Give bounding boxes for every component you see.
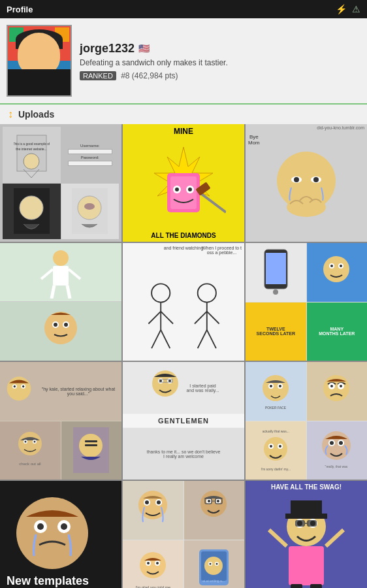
svg-rect-137	[291, 500, 322, 515]
svg-point-125	[147, 562, 150, 564]
grid-cell-6[interactable]: TWELVE SECONDS LATER MANY MONTHS LATER	[246, 243, 367, 361]
uploads-label: Uploads	[18, 109, 54, 120]
svg-rect-70	[85, 440, 97, 442]
grid-cell-3[interactable]: did-you-kno.tumblr.com ByeMom	[246, 124, 367, 242]
svg-line-29	[67, 286, 70, 299]
grid-cell-7[interactable]: "hy kale, started relaxing about what yo…	[0, 362, 121, 480]
svg-rect-71	[85, 444, 97, 446]
image-grid: This is a good example of the internet w…	[0, 124, 367, 588]
svg-point-96	[279, 445, 281, 448]
profile-flag: 🇺🇸	[138, 43, 150, 54]
uploads-header: ↕ Uploads	[0, 103, 367, 124]
app-title: Profile	[7, 5, 33, 14]
status-icons: ⚡ ⚠	[336, 4, 360, 14]
svg-point-65	[24, 441, 26, 443]
svg-line-40	[161, 312, 173, 324]
svg-point-26	[53, 250, 69, 266]
svg-line-46	[206, 312, 219, 324]
svg-point-112	[145, 500, 149, 504]
svg-point-7	[20, 196, 43, 220]
svg-line-30	[41, 269, 53, 279]
svg-rect-13	[170, 176, 197, 209]
svg-point-52	[323, 256, 349, 282]
svg-point-32	[44, 312, 77, 344]
svg-text:"really, that was: "really, that was	[325, 465, 348, 468]
grid-cell-5[interactable]: and friend watching When I proceed to to…	[123, 243, 244, 361]
svg-text:the internet website...: the internet website...	[16, 147, 47, 151]
svg-point-76	[168, 380, 171, 382]
svg-point-118	[217, 500, 219, 502]
svg-point-17	[188, 188, 192, 191]
profile-section: jorge1232 🇺🇸 Defeating a sandwich only m…	[0, 18, 367, 103]
svg-line-42	[161, 330, 170, 348]
svg-text:check out all: check out all	[19, 462, 40, 466]
profile-info: jorge1232 🇺🇸 Defeating a sandwich only m…	[80, 42, 360, 80]
svg-point-126	[156, 562, 159, 564]
avatar	[7, 25, 72, 97]
svg-rect-146	[291, 584, 302, 588]
svg-point-80	[263, 375, 289, 401]
grid-cell-1[interactable]: This is a good example of the internet w…	[0, 124, 121, 242]
svg-point-24	[313, 177, 319, 182]
grid-cell-8[interactable]: I started paidand was really... GENTLEME…	[123, 362, 244, 480]
grid-cell-9[interactable]: POKER FACE actually that wa	[246, 362, 367, 480]
profile-rank: RANKED #8 (462,984 pts)	[80, 71, 360, 80]
svg-point-108	[61, 523, 67, 530]
svg-point-84	[279, 385, 281, 387]
svg-point-61	[22, 385, 24, 387]
svg-point-107	[37, 523, 44, 530]
svg-point-100	[330, 441, 334, 445]
svg-point-55	[330, 265, 333, 267]
svg-point-95	[270, 445, 272, 448]
svg-rect-148	[295, 520, 305, 527]
svg-rect-149	[307, 520, 317, 527]
svg-line-45	[194, 312, 206, 324]
svg-point-60	[14, 385, 16, 387]
svg-point-56	[340, 265, 342, 267]
svg-point-43	[197, 284, 215, 302]
grid-cell-11[interactable]: I'm glad you told me at at writing a...	[123, 481, 244, 588]
uploads-icon: ↕	[8, 108, 13, 120]
svg-rect-147	[310, 584, 322, 588]
svg-line-39	[148, 312, 161, 324]
profile-bio: Defeating a sandwich only makes it tasti…	[80, 58, 360, 67]
profile-username: jorge1232 🇺🇸	[80, 42, 360, 56]
svg-point-129	[204, 557, 223, 575]
svg-point-10	[84, 203, 95, 210]
svg-text:POKER FACE: POKER FACE	[265, 406, 287, 410]
svg-point-132	[210, 563, 212, 565]
rank-text: #8 (462,984 pts)	[121, 71, 178, 80]
svg-point-66	[33, 441, 35, 443]
svg-rect-50	[266, 253, 286, 284]
svg-point-3	[24, 154, 39, 169]
svg-point-35	[54, 323, 57, 327]
svg-line-28	[52, 286, 54, 299]
svg-line-31	[69, 269, 80, 279]
avatar-shirt	[8, 69, 71, 95]
svg-point-92	[264, 437, 287, 461]
svg-point-83	[270, 385, 272, 387]
svg-point-25	[287, 197, 326, 217]
svg-point-16	[175, 188, 179, 191]
grid-cell-2[interactable]: MINE ALL THE DIAMONDS	[123, 124, 244, 242]
grid-cell-4[interactable]	[0, 243, 121, 361]
svg-line-18	[200, 193, 226, 212]
status-bar: Profile ⚡ ⚠	[0, 0, 367, 18]
svg-point-90	[330, 385, 333, 387]
svg-point-91	[340, 385, 342, 387]
svg-point-104	[16, 497, 88, 569]
svg-point-113	[157, 500, 161, 504]
svg-point-36	[64, 323, 68, 327]
svg-rect-27	[53, 266, 69, 286]
svg-rect-145	[289, 546, 324, 585]
new-templates-label: New templates	[7, 574, 89, 588]
rank-label: RANKED	[80, 71, 116, 80]
grid-cell-10[interactable]: New templates	[0, 481, 121, 588]
svg-line-48	[206, 330, 215, 348]
svg-point-75	[159, 380, 162, 382]
svg-point-23	[294, 177, 299, 182]
svg-rect-77	[157, 397, 174, 410]
svg-line-47	[197, 330, 206, 348]
grid-cell-12[interactable]: HAVE ALL THE SWAG!	[246, 481, 367, 588]
svg-point-133	[216, 563, 218, 565]
